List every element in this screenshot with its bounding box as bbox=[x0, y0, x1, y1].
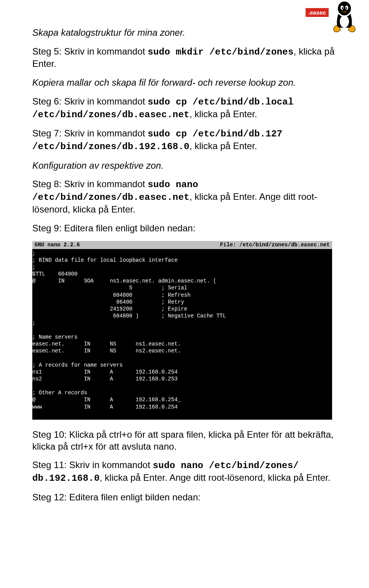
heading-2: Kopiera mallar och skapa fil för forward… bbox=[32, 77, 341, 89]
step-7-text-a: Steg 7: Skriv in kommandot bbox=[32, 128, 148, 138]
terminal-screenshot: GNU nano 2.2.6 File: /etc/bind/zones/db.… bbox=[32, 241, 332, 420]
easec-logo-label: .easec bbox=[305, 8, 329, 17]
step-12: Steg 12: Editera filen enligt bilden ned… bbox=[32, 492, 341, 503]
tux-icon bbox=[331, 0, 358, 33]
step-8-text-a: Steg 8: Skriv in kommandot bbox=[32, 179, 148, 189]
step-7-text-c: , klicka på Enter. bbox=[189, 141, 257, 151]
step-6-text-a: Steg 6: Skriv in kommandot bbox=[32, 96, 148, 106]
step-5-command: sudo mkdir /etc/bind/zones bbox=[148, 47, 294, 57]
step-6: Steg 6: Skriv in kommandot sudo cp /etc/… bbox=[32, 96, 341, 121]
step-11-text-c: , klicka på Enter. Ange ditt root-löseno… bbox=[100, 472, 330, 483]
step-8: Steg 8: Skriv in kommandot sudo nano /et… bbox=[32, 178, 341, 215]
step-9: Steg 9: Editera filen enligt bilden neda… bbox=[32, 223, 341, 234]
step-11: Steg 11: Skriv in kommandot sudo nano /e… bbox=[32, 459, 341, 484]
terminal-file-label: File: /etc/bind/zones/db.easec.net bbox=[220, 241, 330, 248]
heading-1: Skapa katalogstruktur för mina zoner. bbox=[32, 27, 341, 39]
step-6-text-c: , klicka på Enter. bbox=[189, 109, 257, 119]
terminal-app-name: GNU nano 2.2.6 bbox=[35, 241, 80, 248]
step-7: Steg 7: Skriv in kommandot sudo cp /etc/… bbox=[32, 128, 341, 153]
step-11-text-a: Steg 11: Skriv in kommandot bbox=[32, 460, 153, 470]
svg-point-5 bbox=[340, 15, 349, 28]
svg-point-0 bbox=[338, 2, 351, 15]
step-10: Steg 10: Klicka på ctrl+o för att spara … bbox=[32, 429, 341, 452]
heading-3: Konfiguration av respektive zon. bbox=[32, 160, 341, 172]
terminal-header: GNU nano 2.2.6 File: /etc/bind/zones/db.… bbox=[32, 241, 332, 249]
terminal-body: ; ; BIND data file for local loopback in… bbox=[32, 249, 332, 410]
svg-point-4 bbox=[346, 7, 347, 9]
logo-area: .easec bbox=[305, 0, 358, 33]
svg-point-3 bbox=[342, 7, 343, 9]
step-5: Steg 5: Skriv in kommandot sudo mkdir /e… bbox=[32, 46, 341, 70]
step-5-text-a: Steg 5: Skriv in kommandot bbox=[32, 46, 148, 56]
